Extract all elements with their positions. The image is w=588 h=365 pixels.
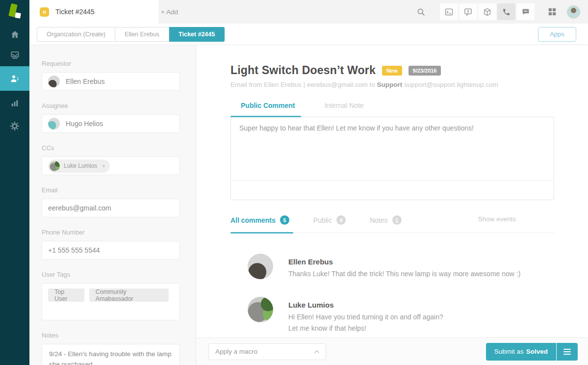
user-tags-group: User Tags Top User Community Amabassador (42, 271, 180, 320)
ccs-field[interactable]: Luke Lumios × (42, 156, 180, 175)
comment-author: Luke Lumios (288, 301, 443, 309)
ticket-meta: Email from Ellen Erebus | eerebus@gmail.… (230, 81, 554, 88)
app-logo (0, 0, 29, 24)
show-events-toggle[interactable]: Show events (478, 215, 516, 223)
user-tags-field[interactable]: Top User Community Amabassador (42, 283, 180, 320)
avatar (48, 76, 60, 87)
tab-public-label: Public (313, 216, 332, 224)
sidebar-item-reports[interactable] (0, 92, 29, 114)
tag-community-ambassador[interactable]: Community Amabassador (89, 288, 169, 302)
search-icon[interactable] (417, 8, 425, 16)
assignee-field[interactable]: Hugo Helios (42, 114, 180, 133)
requestor-group: Requestor Ellen Erebus (42, 60, 180, 91)
user-tags-label: User Tags (42, 271, 180, 278)
top-bar: n Ticket #2445 + Add (29, 0, 588, 24)
home-icon (10, 30, 20, 39)
date-badge: 9/23/2016 (409, 66, 441, 76)
assignee-label: Assignee (42, 102, 180, 109)
apps-button[interactable]: Apps (538, 27, 576, 42)
comment-text: Let me know if that helps! (288, 323, 443, 334)
tab-notes[interactable]: Notes 1 (370, 215, 402, 233)
logo-white-shape (15, 12, 21, 19)
meta-recipient: Support (377, 81, 403, 88)
console-icon[interactable] (440, 3, 458, 20)
meta-email: support@support.lightenup.com (404, 81, 498, 88)
email-label: Email (42, 186, 180, 194)
phone-label: Phone Number (42, 229, 180, 236)
tab-notes-label: Notes (370, 216, 388, 224)
ticket-action-bar: Apply a macro Submit as Solved (196, 338, 588, 365)
reply-editor[interactable]: Super happy to hear that Ellen! Let me k… (230, 117, 554, 200)
submit-button-group: Submit as Solved (486, 343, 578, 361)
settings-icon (10, 121, 20, 131)
assignee-value: Hugo Helios (66, 120, 103, 128)
tab-internal-note[interactable]: Internal Note (324, 102, 363, 117)
notes-label: Notes (42, 332, 180, 339)
customers-icon (10, 74, 20, 83)
sidebar-item-settings[interactable] (0, 115, 29, 137)
ccs-label: CCs (42, 144, 180, 152)
ticket-title-row: Light Switch Doesn’t Work New 9/23/2016 (230, 64, 554, 77)
phone-field[interactable]: +1 555 555 5544 (42, 241, 180, 260)
chat-icon[interactable] (516, 3, 535, 20)
sidebar-item-customers[interactable] (0, 66, 29, 91)
status-badge-new: New (382, 66, 402, 76)
breadcrumb-organization[interactable]: Organization (Create) (37, 27, 115, 42)
apps-grid-icon[interactable] (548, 7, 557, 16)
requestor-field[interactable]: Ellen Erebus (42, 72, 180, 91)
sidebar (0, 0, 29, 365)
count-badge: 4 (336, 215, 346, 225)
package-icon[interactable] (478, 3, 496, 20)
tab-label: Ticket #2445 (55, 8, 95, 16)
submit-options-menu-button[interactable] (557, 343, 578, 361)
notes-group: Notes 9/24 - Ellen's having trouble with… (42, 332, 180, 365)
editor-footer (231, 180, 554, 200)
comment-ellen: Ellen Erebus Thanks Luke! That did the t… (230, 254, 554, 279)
tab-public[interactable]: Public 4 (313, 215, 346, 233)
reply-editor-tabs: Public Comment Internal Note (230, 102, 554, 117)
avatar (248, 297, 273, 322)
apply-macro-select[interactable]: Apply a macro (208, 343, 326, 360)
remove-cc-icon[interactable]: × (102, 163, 105, 169)
tab-all-comments[interactable]: All comments 5 (230, 215, 289, 233)
email-field[interactable]: eerebus@gmail.com (42, 199, 180, 217)
count-badge: 1 (392, 215, 402, 225)
views-icon (10, 51, 20, 60)
ticket-title: Light Switch Doesn’t Work (230, 64, 376, 77)
apply-macro-label: Apply a macro (215, 348, 257, 355)
submit-status: Solved (526, 348, 548, 355)
breadcrumb-ticket-active[interactable]: Ticket #2445 (169, 27, 225, 42)
tag-top-user[interactable]: Top User (48, 288, 84, 302)
tab-all-comments-label: All comments (230, 216, 276, 224)
comment-author: Ellen Erebus (288, 258, 520, 266)
breadcrumb: Organization (Create) Ellen Erebus Ticke… (29, 24, 588, 45)
requestor-label: Requestor (42, 60, 180, 67)
reply-draft-text[interactable]: Super happy to hear that Ellen! Let me k… (231, 117, 554, 139)
phone-group: Phone Number +1 555 555 5544 (42, 229, 180, 260)
message-bolt-icon[interactable] (459, 3, 477, 20)
comments-filter-tabs: All comments 5 Public 4 Notes 1 Show eve… (230, 215, 554, 233)
meta-prefix: Email from Ellen Erebus | eerebus@gmail.… (230, 81, 375, 88)
cc-chip-label: Luke Lumios (64, 162, 97, 169)
channel-icon-group (440, 3, 535, 20)
sidebar-item-views[interactable] (0, 44, 29, 66)
chevron-up-icon (314, 350, 319, 353)
menu-icon (563, 349, 571, 350)
cc-chip-luke[interactable]: Luke Lumios × (48, 159, 110, 173)
avatar (48, 118, 60, 130)
tab-ticket-2445[interactable]: n Ticket #2445 (29, 0, 158, 24)
user-detail-panel: Requestor Ellen Erebus Assignee Hugo Hel… (29, 45, 196, 365)
user-avatar[interactable] (567, 5, 580, 19)
tab-public-comment[interactable]: Public Comment (241, 102, 295, 117)
add-tab-button[interactable]: + Add (161, 0, 178, 24)
sidebar-item-home[interactable] (0, 24, 29, 45)
assignee-group: Assignee Hugo Helios (42, 102, 180, 133)
topbar-actions (417, 0, 588, 24)
ticket-content: Light Switch Doesn’t Work New 9/23/2016 … (196, 45, 588, 338)
comment-text: Hi Ellen! Have you tried turning it on a… (288, 312, 443, 322)
phone-icon[interactable] (497, 3, 515, 20)
submit-as-solved-button[interactable]: Submit as Solved (486, 343, 556, 361)
comment-text: Thanks Luke! That did the trick! This ne… (288, 269, 520, 279)
notes-field[interactable]: 9/24 - Ellen's having trouble with the l… (42, 344, 180, 365)
breadcrumb-ellen-erebus[interactable]: Ellen Erebus (115, 27, 169, 42)
